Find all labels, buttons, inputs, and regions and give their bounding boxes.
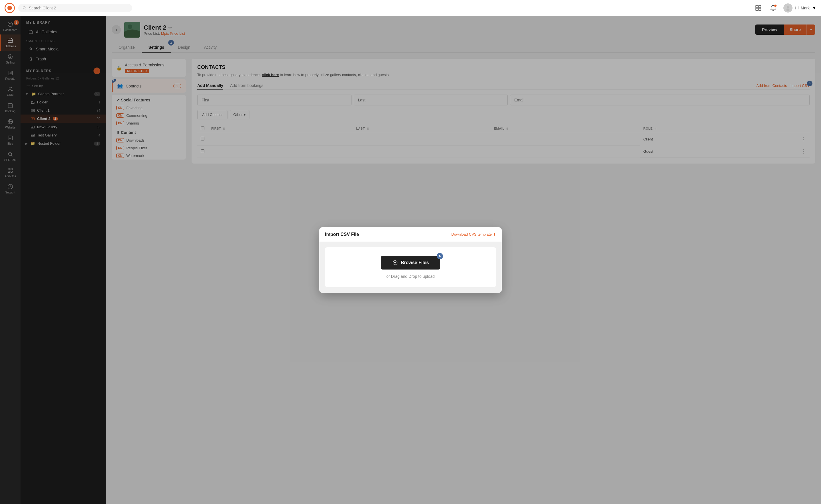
search-icon bbox=[22, 6, 27, 10]
svg-rect-2 bbox=[759, 5, 761, 8]
csv-modal-header: Import CSV File Download CVS template ⬇ bbox=[319, 227, 502, 242]
svg-rect-1 bbox=[756, 5, 758, 8]
csv-modal-title: Import CSV File bbox=[325, 232, 359, 237]
search-input[interactable] bbox=[29, 6, 128, 10]
svg-point-6 bbox=[786, 9, 790, 11]
user-greeting: Hi, Mark bbox=[795, 6, 810, 10]
drag-drop-text: or Drag and Drop to upload bbox=[386, 274, 435, 279]
layout-icon-btn[interactable] bbox=[754, 3, 763, 13]
topbar: Hi, Mark ▼ bbox=[0, 0, 821, 16]
search-bar[interactable] bbox=[18, 4, 132, 12]
notifications-btn[interactable] bbox=[769, 3, 778, 13]
topbar-right: Hi, Mark ▼ bbox=[754, 3, 816, 13]
download-icon: ⬇ bbox=[493, 232, 496, 236]
notification-dot bbox=[774, 5, 777, 7]
user-dropdown-icon: ▼ bbox=[812, 5, 816, 11]
avatar bbox=[783, 3, 793, 13]
csv-drop-area: Browse Files 6 or Drag and Drop to uploa… bbox=[325, 247, 496, 287]
logo[interactable] bbox=[5, 3, 15, 13]
svg-point-5 bbox=[787, 6, 789, 9]
csv-modal: Import CSV File Download CVS template ⬇ … bbox=[319, 227, 502, 293]
user-area[interactable]: Hi, Mark ▼ bbox=[783, 3, 816, 13]
svg-rect-4 bbox=[759, 8, 761, 11]
step-badge-6: 6 bbox=[437, 253, 443, 259]
browse-files-button[interactable]: Browse Files 6 bbox=[381, 256, 441, 270]
csv-modal-body: Browse Files 6 or Drag and Drop to uploa… bbox=[319, 242, 502, 293]
modal-overlay[interactable]: Import CSV File Download CVS template ⬇ … bbox=[0, 16, 821, 504]
download-template-link[interactable]: Download CVS template ⬇ bbox=[451, 232, 496, 236]
upload-icon bbox=[392, 260, 398, 266]
layout-icon bbox=[755, 5, 761, 11]
logo-inner bbox=[7, 6, 12, 10]
svg-rect-3 bbox=[756, 8, 758, 11]
